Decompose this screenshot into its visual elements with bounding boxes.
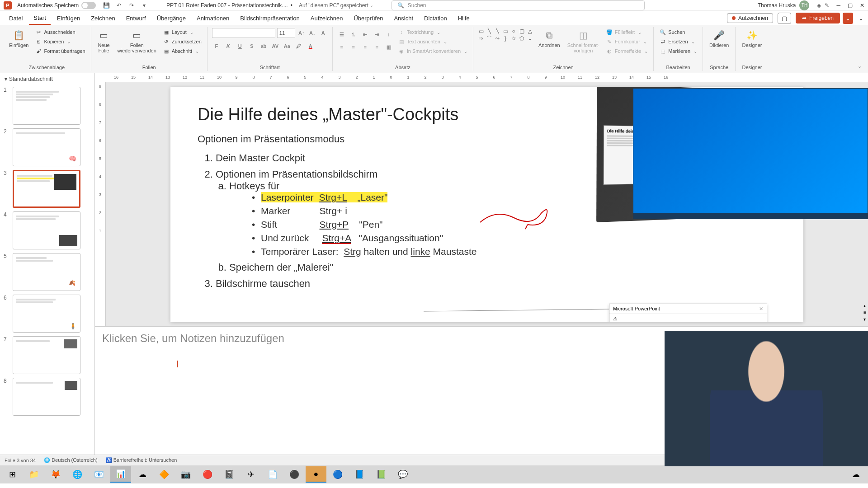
tab-view[interactable]: Ansicht <box>389 12 418 24</box>
spacing-icon[interactable]: AV <box>271 42 280 51</box>
record-button[interactable]: Aufzeichnen <box>727 13 773 23</box>
list-item[interactable]: Speichern der „Malerei" <box>229 262 776 273</box>
bold-icon[interactable]: F <box>212 42 221 51</box>
tab-review[interactable]: Überprüfen <box>349 12 387 24</box>
tab-record[interactable]: Aufzeichnen <box>306 12 348 24</box>
tab-transitions[interactable]: Übergänge <box>152 12 190 24</box>
undo-icon[interactable]: ↶ <box>115 1 123 9</box>
redo-icon[interactable]: ↷ <box>127 1 136 9</box>
clear-format-icon[interactable]: A <box>319 28 328 38</box>
italic-icon[interactable]: K <box>224 42 233 51</box>
excel-icon[interactable]: 📗 <box>371 466 392 483</box>
autosave-toggle[interactable]: Automatisches Speichern <box>17 2 96 9</box>
tab-file[interactable]: Datei <box>5 12 27 24</box>
fill-button[interactable]: 🪣Fülleffekt⌄ <box>605 28 649 36</box>
language-status[interactable]: 🌐 Deutsch (Österreich) <box>44 457 98 463</box>
app-icon[interactable]: ☁ <box>132 466 153 483</box>
quick-styles-button[interactable]: ◫Schnellformat- vorlagen <box>566 28 601 54</box>
list-item[interactable]: Und zurück Strg+A "Ausgangssituation" <box>252 233 776 244</box>
outlook-icon[interactable]: 📧 <box>89 466 109 483</box>
shape-star-icon[interactable]: ☆ <box>510 35 517 42</box>
slide-thumbnails-panel[interactable]: ▾ Standardabschnitt 1 2🧠 3 4 5🍂 6🧍 7 8 <box>0 73 95 455</box>
search-box[interactable]: 🔍 Suchen <box>392 0 645 10</box>
section-button[interactable]: ▤Abschnitt⌄ <box>162 47 203 55</box>
select-button[interactable]: ⬚Markieren⌄ <box>658 47 698 55</box>
comments-button[interactable]: ▢ <box>778 13 791 24</box>
ribbon-options-icon[interactable]: ⌄ <box>854 61 865 71</box>
font-name-input[interactable] <box>212 28 275 38</box>
numbering-icon[interactable]: ⒈ <box>349 30 358 39</box>
tab-start[interactable]: Start <box>29 12 50 25</box>
app-icon[interactable]: 📷 <box>175 466 196 483</box>
app-icon[interactable]: 📄 <box>262 466 283 483</box>
tab-design[interactable]: Entwurf <box>122 12 151 24</box>
start-button[interactable]: ⊞ <box>2 466 23 483</box>
underline-icon[interactable]: U <box>236 42 245 51</box>
dictate-button[interactable]: 🎤Diktieren <box>708 28 731 49</box>
shape-oval-icon[interactable]: ○ <box>510 28 517 34</box>
shape-curve-icon[interactable]: ⌒ <box>486 35 492 42</box>
outline-button[interactable]: ✎Formkontur⌄ <box>605 38 649 46</box>
case-icon[interactable]: Aa <box>283 42 292 51</box>
tab-dictation[interactable]: Dictation <box>420 12 452 24</box>
shape-more-icon[interactable]: ⌄ <box>527 35 533 42</box>
thumbnail-8[interactable] <box>13 378 80 416</box>
shape-rect-icon[interactable]: ▭ <box>478 28 484 34</box>
new-slide-button[interactable]: ▭Neue Folie <box>96 28 112 54</box>
powerpoint-icon[interactable]: 📊 <box>110 466 131 483</box>
app-icon[interactable]: 💬 <box>392 466 413 483</box>
thumbnail-4[interactable] <box>13 211 80 249</box>
find-button[interactable]: 🔍Suchen <box>658 28 698 36</box>
cut-button[interactable]: ✂Ausschneiden <box>34 28 86 36</box>
layout-button[interactable]: ▦Layout⌄ <box>162 28 203 36</box>
indent-dec-icon[interactable]: ⇤ <box>361 30 370 39</box>
shrink-font-icon[interactable]: A↓ <box>308 28 317 38</box>
firefox-icon[interactable]: 🦊 <box>45 466 66 483</box>
thumbnail-2[interactable]: 🧠 <box>13 128 80 166</box>
designer-button[interactable]: ✨Designer <box>740 28 764 49</box>
telegram-icon[interactable]: ✈ <box>241 466 261 483</box>
tab-animations[interactable]: Animationen <box>192 12 234 24</box>
vlc-icon[interactable]: 🔶 <box>154 466 175 483</box>
account-button[interactable]: Thomas Hruska TH <box>758 0 810 10</box>
reset-button[interactable]: ↺Zurücksetzen <box>162 38 203 46</box>
toggle-switch[interactable] <box>81 2 96 9</box>
thumbnail-5[interactable]: 🍂 <box>13 253 80 291</box>
align-center-icon[interactable]: ≡ <box>349 42 358 52</box>
collapse-ribbon-icon[interactable]: ⌄ <box>859 15 863 22</box>
chevron-down-icon[interactable]: ⌄ <box>370 3 373 8</box>
effects-button[interactable]: ◐Formeffekte⌄ <box>605 47 649 55</box>
indent-inc-icon[interactable]: ⇥ <box>373 30 382 39</box>
shapes-gallery[interactable]: ▭╲╲▭○▢△ ⇨⌒⤳}☆⬠⌄ <box>478 28 533 42</box>
arrange-button[interactable]: ⧉Anordnen <box>537 28 562 49</box>
share-menu-button[interactable]: ⌄ <box>843 13 853 24</box>
align-text-button[interactable]: ▤Text ausrichten⌄ <box>397 38 468 46</box>
align-right-icon[interactable]: ≡ <box>361 42 370 52</box>
copy-button[interactable]: ⎘Kopieren⌄ <box>34 38 86 46</box>
shape-rounded-icon[interactable]: ▢ <box>519 28 525 34</box>
explorer-icon[interactable]: 📁 <box>24 466 44 483</box>
shape-rect2-icon[interactable]: ▭ <box>502 28 509 34</box>
bullets-icon[interactable]: ☰ <box>337 30 346 39</box>
tab-insert[interactable]: Einfügen <box>52 12 85 24</box>
shadow-icon[interactable]: ab <box>259 42 268 51</box>
columns-icon[interactable]: ▥ <box>384 42 393 52</box>
shape-conn-icon[interactable]: ⤳ <box>494 35 500 42</box>
minimize-icon[interactable]: ─ <box>836 2 840 9</box>
close-icon[interactable]: ✕ <box>860 2 864 9</box>
accessibility-status[interactable]: ♿ Barrierefreiheit: Untersuchen <box>106 457 177 463</box>
list-item[interactable]: Temporärer Laser: Strg halten und linke … <box>252 246 776 257</box>
smartart-button[interactable]: ◉In SmartArt konvertieren⌄ <box>397 47 468 55</box>
dialog-mock[interactable]: Microsoft PowerPoint✕ ⚠ <box>609 304 767 322</box>
text-direction-button[interactable]: ↕Textrichtung⌄ <box>397 28 468 36</box>
replace-button[interactable]: ⇄Ersetzen⌄ <box>658 38 698 46</box>
shape-line-icon[interactable]: ╲ <box>486 28 492 34</box>
slide-counter[interactable]: Folie 3 von 34 <box>5 458 36 463</box>
highlight-icon[interactable]: 🖍 <box>294 42 303 51</box>
thumbnail-3[interactable] <box>13 170 80 208</box>
shape-poly-icon[interactable]: ⬠ <box>519 35 525 42</box>
list-item[interactable]: Bildschirme tauschen <box>216 278 776 290</box>
tray-icon[interactable]: ☁ <box>845 466 866 483</box>
start-show-icon[interactable]: ▾ <box>140 1 148 9</box>
tab-help[interactable]: Hilfe <box>453 12 474 24</box>
